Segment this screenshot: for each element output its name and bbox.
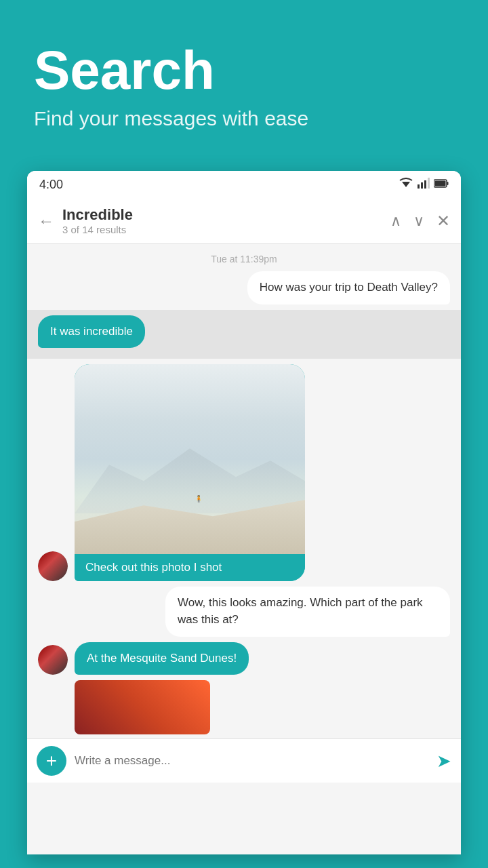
search-term: Incredible xyxy=(62,206,382,224)
table-row: It was incredible xyxy=(38,315,450,349)
messages-container: How was your trip to Death Valley? It wa… xyxy=(27,271,461,734)
battery-icon xyxy=(434,178,449,191)
hero-title: Search xyxy=(34,41,454,100)
toolbar: ← Incredible 3 of 14 results ∧ ∨ ✕ xyxy=(27,198,461,244)
avatar xyxy=(38,551,68,581)
message-bubble: It was incredible xyxy=(38,315,145,349)
hero-section: Search Find your messages with ease xyxy=(0,0,488,157)
message-input[interactable] xyxy=(75,754,428,768)
svg-rect-2 xyxy=(421,182,423,189)
status-bar: 4:00 xyxy=(27,171,461,198)
highlighted-message-row: It was incredible xyxy=(27,310,461,359)
photo-image: 🧍 xyxy=(75,364,305,554)
svg-marker-0 xyxy=(402,182,410,187)
add-attachment-button[interactable]: + xyxy=(37,746,66,776)
photo-bubble: 🧍 Check out this photo I shot xyxy=(75,364,305,581)
message-bubble: Wow, this looks amazing. Which part of t… xyxy=(165,587,450,636)
mountain-decoration xyxy=(75,432,305,513)
table-row: Wow, this looks amazing. Which part of t… xyxy=(38,587,450,636)
svg-rect-6 xyxy=(435,181,446,186)
date-divider: Tue at 11:39pm xyxy=(27,244,461,271)
toolbar-actions: ∧ ∨ ✕ xyxy=(390,212,450,231)
message-bubble: At the Mesquite Sand Dunes! xyxy=(75,642,249,675)
search-info: Incredible 3 of 14 results xyxy=(62,206,382,235)
search-count: 3 of 14 results xyxy=(62,224,382,235)
close-search-button[interactable]: ✕ xyxy=(436,212,450,231)
hero-subtitle: Find your messages with ease xyxy=(34,107,454,130)
phone-frame: 4:00 xyxy=(27,171,461,854)
signal-icon xyxy=(418,178,430,191)
status-time: 4:00 xyxy=(39,178,63,192)
prev-result-button[interactable]: ∧ xyxy=(390,212,401,230)
thumbnail-image xyxy=(75,680,210,734)
back-button[interactable]: ← xyxy=(38,212,54,231)
thumbnail-strip xyxy=(75,680,210,734)
svg-rect-4 xyxy=(428,178,430,189)
svg-rect-3 xyxy=(424,180,426,189)
status-icons xyxy=(399,178,449,191)
message-input-row: + ➤ xyxy=(27,738,461,783)
table-row: 🧍 Check out this photo I shot xyxy=(38,364,450,581)
table-row: At the Mesquite Sand Dunes! xyxy=(38,642,450,675)
photo-caption: Check out this photo I shot xyxy=(75,554,305,581)
next-result-button[interactable]: ∨ xyxy=(413,212,424,230)
avatar xyxy=(38,645,68,675)
avatar-image xyxy=(38,645,68,675)
wifi-icon xyxy=(399,178,413,191)
chat-area: Tue at 11:39pm How was your trip to Deat… xyxy=(27,244,461,854)
send-button[interactable]: ➤ xyxy=(436,751,451,772)
message-bubble: How was your trip to Death Valley? xyxy=(247,271,450,304)
svg-rect-1 xyxy=(418,184,420,189)
avatar-image xyxy=(38,551,68,581)
table-row: How was your trip to Death Valley? xyxy=(38,271,450,304)
figure-decoration: 🧍 xyxy=(195,495,203,502)
svg-rect-7 xyxy=(447,182,449,185)
